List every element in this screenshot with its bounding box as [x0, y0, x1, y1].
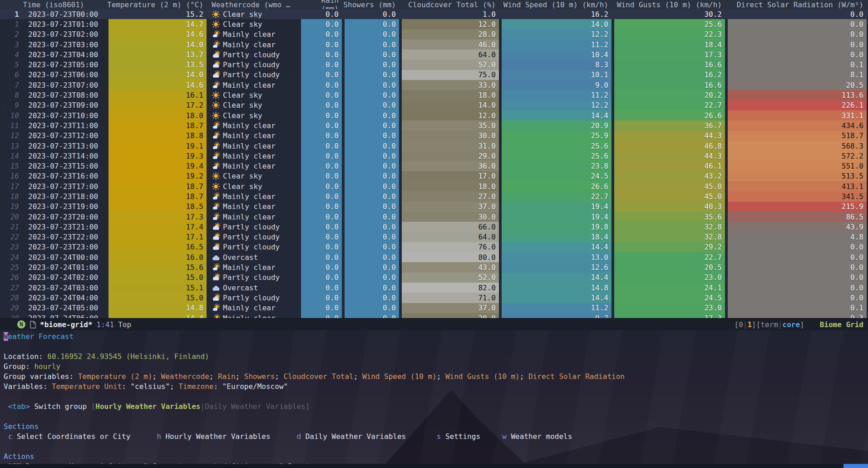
value-cell: 22.7	[613, 252, 726, 262]
table-row[interactable]: 122023-07-23T12:0018.8Mainly clear0.00.0…	[0, 131, 868, 141]
table-row[interactable]: 62023-07-23T06:0014.0Partly cloudy0.00.0…	[0, 70, 868, 80]
table-row[interactable]: 242023-07-24T00:0016.0Overcast0.00.080.0…	[0, 252, 868, 262]
weather-label: Partly cloudy	[223, 50, 280, 59]
mainly-clear-icon	[212, 142, 220, 150]
table-row[interactable]: 262023-07-24T02:0015.0Partly cloudy0.00.…	[0, 273, 868, 283]
weathercode-cell: Partly cloudy	[208, 232, 300, 242]
value-cell: 0.0	[300, 90, 343, 100]
value-cell: 14.4	[500, 242, 613, 252]
value-cell: 13.7	[107, 50, 208, 60]
line-number: 28	[0, 294, 25, 302]
table-row[interactable]: 232023-07-23T23:0016.5Partly cloudy0.00.…	[0, 242, 868, 252]
weathercode-cell: Mainly clear	[208, 161, 300, 171]
value-cell: 0.0	[343, 60, 400, 70]
table-row[interactable]: 202023-07-23T20:0017.3Mainly clear0.00.0…	[0, 212, 868, 222]
value-cell: 413.1	[726, 181, 868, 191]
value-cell: 0.0	[343, 252, 400, 262]
value-cell: 0.0	[300, 100, 343, 110]
weather-grid[interactable]: Time (iso8601) Temperature (2 m) (°C) We…	[0, 0, 868, 318]
section-heading: Sections	[4, 422, 39, 431]
value-cell: 0.0	[343, 222, 400, 232]
keybinding-key[interactable]: d	[296, 432, 301, 441]
table-row[interactable]: 52023-07-23T05:0013.5Partly cloudy0.00.0…	[0, 60, 868, 70]
table-row[interactable]: 132023-07-23T13:0019.1Mainly clear0.00.0…	[0, 141, 868, 151]
value-cell: 0.0	[343, 70, 400, 80]
table-row[interactable]: 162023-07-23T16:0019.2Clear sky0.00.017.…	[0, 171, 868, 181]
table-row[interactable]: 272023-07-24T03:0015.1Overcast0.00.082.0…	[0, 283, 868, 293]
table-row[interactable]: 12023-07-23T01:0014.7Clear sky0.00.012.0…	[0, 19, 868, 29]
table-row[interactable]: 142023-07-23T14:0019.3Mainly clear0.00.0…	[0, 151, 868, 161]
table-row[interactable]: 302023-07-24T06:0014.4Mainly clear0.00.0…	[0, 313, 868, 318]
table-row[interactable]: 222023-07-23T22:0017.1Partly cloudy0.00.…	[0, 232, 868, 242]
value-cell: 20.2	[613, 90, 726, 100]
value-cell: 44.3	[613, 151, 726, 161]
table-row[interactable]: 192023-07-23T19:0018.5Mainly clear0.00.0…	[0, 202, 868, 212]
table-row[interactable]: 182023-07-23T18:0018.7Mainly clear0.00.0…	[0, 191, 868, 201]
keybinding-key[interactable]: h	[157, 432, 161, 441]
value-cell: 0.0	[726, 50, 868, 60]
value-cell: 44.3	[613, 131, 726, 141]
table-row[interactable]: 92023-07-23T09:0017.2Clear sky0.00.014.0…	[0, 100, 868, 110]
keybinding-key[interactable]: c	[4, 432, 12, 441]
table-row[interactable]: 32023-07-23T03:0014.0Mainly clear0.00.04…	[0, 40, 868, 50]
value-cell: 17.3	[107, 212, 208, 222]
weathercode-cell: Partly cloudy	[208, 242, 300, 252]
value-cell: 0.0	[300, 30, 343, 40]
table-row[interactable]: 152023-07-23T15:0019.4Mainly clear0.00.0…	[0, 161, 868, 171]
time-cell: 2023-07-23T21:00	[25, 223, 107, 231]
table-row[interactable]: 112023-07-23T11:0018.7Mainly clear0.00.0…	[0, 120, 868, 130]
value-cell: 20.9	[500, 120, 613, 130]
mainly-clear-icon	[212, 131, 220, 140]
panel-text[interactable]: Hourly Weather Variables	[95, 402, 200, 411]
table-row[interactable]: 22023-07-23T02:0014.6Mainly clear0.00.02…	[0, 30, 868, 40]
weather-label: Mainly clear	[223, 121, 276, 130]
time-cell: 2023-07-23T10:00	[25, 111, 107, 120]
line-number: 1	[0, 20, 25, 29]
cursor-position: 1:41	[97, 320, 114, 329]
panel-text: |	[200, 402, 205, 411]
value-cell: 0.0	[726, 252, 868, 262]
window-indicator[interactable]: [0|1][term|core]	[735, 320, 804, 329]
value-cell: 16.6	[613, 80, 726, 90]
table-row[interactable]: 292023-07-24T05:0014.8Mainly clear0.00.0…	[0, 303, 868, 313]
value-cell: 26.6	[500, 181, 613, 191]
value-cell: 24.5	[613, 293, 726, 303]
weather-label: Clear sky	[223, 101, 262, 110]
value-cell: 57.0	[400, 60, 500, 70]
value-cell: 11.2	[500, 90, 613, 100]
value-cell: 0.0	[300, 212, 343, 222]
value-cell: 215.9	[726, 202, 868, 212]
table-row[interactable]: 212023-07-23T21:0017.4Partly cloudy0.00.…	[0, 222, 868, 232]
table-row[interactable]: 282023-07-24T04:0015.0Partly cloudy0.00.…	[0, 293, 868, 303]
time-cell: 2023-07-24T05:00	[25, 304, 107, 312]
buffer-name[interactable]: *biome-grid*	[40, 320, 93, 329]
weather-label: Mainly clear	[223, 81, 276, 90]
scroll-indicator: Top	[118, 320, 131, 329]
tab-key-hint[interactable]: <tab>	[4, 402, 30, 411]
value-cell: 10.1	[500, 70, 613, 80]
panel-text: Temperature Unit	[52, 382, 122, 391]
workspace-name[interactable]: Biome Grid	[820, 320, 863, 329]
line-number: 29	[0, 304, 25, 312]
table-row[interactable]: 42023-07-23T04:0013.7Partly cloudy0.00.0…	[0, 50, 868, 60]
table-row[interactable]: 252023-07-24T01:0015.6Mainly clear0.00.0…	[0, 262, 868, 272]
weathercode-cell: Partly cloudy	[208, 273, 300, 283]
table-row[interactable]: 172023-07-23T17:0018.7Clear sky0.00.018.…	[0, 181, 868, 191]
table-row[interactable]: 82023-07-23T08:0016.1Clear sky0.00.018.0…	[0, 90, 868, 100]
weathercode-cell: Mainly clear	[208, 30, 300, 40]
value-cell: 0.0	[300, 151, 343, 161]
scrollbar-thumb[interactable]	[843, 464, 868, 468]
time-cell: 2023-07-23T17:00	[25, 182, 107, 191]
table-row-cursor[interactable]: 12023-07-23T00:0015.2Clear sky0.00.01.01…	[0, 9, 868, 19]
table-row[interactable]: 102023-07-23T10:0018.0Clear sky0.00.012.…	[0, 110, 868, 120]
weather-label: Mainly clear	[223, 131, 276, 140]
section-heading: Actions	[4, 452, 34, 461]
keybinding-key[interactable]: s	[437, 432, 441, 441]
weather-label: Partly cloudy	[223, 233, 280, 241]
table-row[interactable]: 72023-07-23T07:0014.6Mainly clear0.00.03…	[0, 80, 868, 90]
weathercode-cell: Partly cloudy	[208, 60, 300, 70]
time-cell: 2023-07-23T20:00	[25, 213, 107, 221]
keybinding-key[interactable]: w	[502, 432, 507, 441]
weather-label: Clear sky	[223, 10, 262, 19]
value-cell: 18.8	[107, 131, 208, 141]
